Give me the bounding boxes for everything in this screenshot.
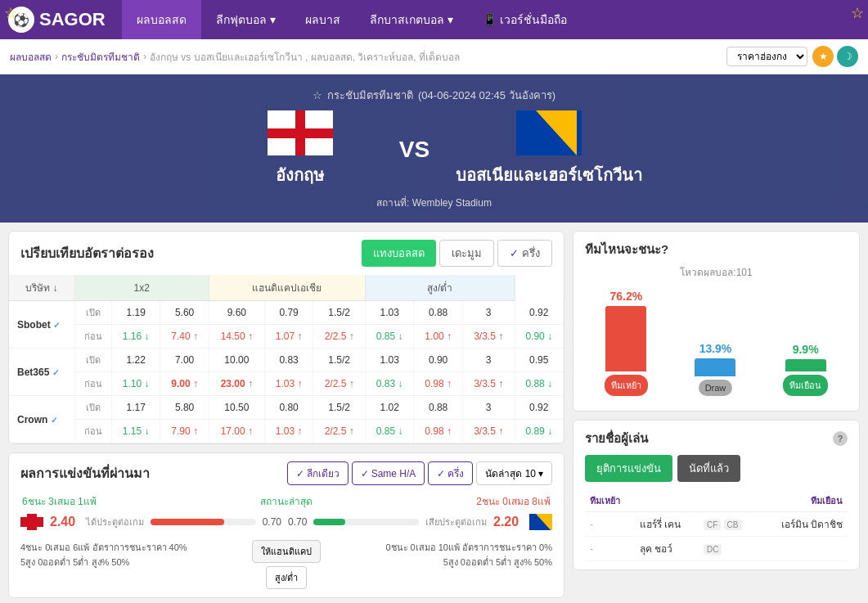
sbobet-open-h2: 1.5/2 [313, 301, 366, 325]
crown-open-h2: 1.5/2 [313, 396, 366, 420]
sbobet-before-o1: 1.00 ↑ [414, 325, 462, 349]
past-results-header: ผลการแข่งขันที่ผ่านมา ✓ ลีกเดียว ✓ Same … [9, 453, 564, 493]
top-navigation: ⚽ SAGOR ผลบอลสด ลีกฟุตบอล ▾ ผลบาส ลีกบาส… [0, 0, 868, 39]
player-table-body: - แฮร์รี่ เคน CF CB เอร์มิน บิดาชิช - ลุ… [585, 512, 848, 561]
win-prediction-section: ทีมไหนจะชนะ? โหวดผลบอล:101 76.2% ทีมเหย้… [573, 231, 860, 412]
star-icon-btn[interactable]: ★ [812, 46, 834, 67]
competition-name: กระชับมิตรทีมชาติ [327, 87, 413, 104]
bet365-open-3: 10.00 [209, 349, 264, 372]
sbobet-open-2: 5.60 [160, 301, 209, 325]
bet365-open-o3: 0.95 [515, 349, 563, 372]
nav-item-live[interactable]: ผลบอลสด [122, 0, 201, 39]
crown-before-h2: 2/2.5 ↑ [313, 420, 366, 443]
bet365-before-o1: 0.98 ↑ [414, 372, 462, 396]
sbobet-before-h3: 0.85 ↓ [366, 325, 414, 349]
breadcrumb-competition[interactable]: กระชับมิตรทีมชาติ [61, 49, 140, 65]
crown-open-o3: 0.92 [515, 396, 563, 420]
bet365-open-o1: 0.90 [414, 349, 462, 372]
away-flag-sm [529, 514, 552, 530]
tab-active-matches[interactable]: ยุติการแข่งขัน [585, 455, 672, 482]
ou-btn[interactable]: สูง/ต่ำ [266, 566, 307, 589]
price-icons: ★ ☽ [812, 46, 858, 67]
win-bars: 76.2% ทีมเหย้า 13.9% Draw 9.9% ทีมเยือน [585, 290, 848, 396]
away-win-pct: 9.9% [793, 343, 819, 356]
home-fav-star[interactable]: ☆ [4, 4, 17, 22]
home-team-btn[interactable]: ทีมเหย้า [605, 375, 648, 396]
tab-previous-matches[interactable]: นัดที่แล้ว [677, 455, 740, 482]
table-row: Bet365 ✓ เปิด 1.22 7.00 10.00 0.83 1.5/2… [9, 349, 564, 372]
filter-single-league[interactable]: ✓ ลีกเดียว [287, 461, 349, 485]
site-logo[interactable]: ⚽ SAGOR [8, 7, 106, 33]
live-bet-button[interactable]: แทงบอลสด [362, 240, 436, 267]
crown-before-type: ก่อน [74, 420, 111, 443]
home-team-side: อังกฤษ [227, 110, 374, 188]
match-teams: ☆ อังกฤษ VS บอสเนียและเฮอร์เซโกวีนา ☆ [16, 110, 852, 188]
th-overunder: สูง/ต่ำ [366, 275, 515, 301]
match-venue: สถานที่: Wembley Stadium [16, 195, 852, 210]
help-icon[interactable]: ? [833, 431, 848, 446]
home-progress-bar [151, 519, 256, 525]
home-win-bar: 76.2% ทีมเหย้า [605, 290, 648, 396]
crown-before-2: 7.90 ↑ [160, 420, 209, 443]
bet365-before-2: 9.00 ↑ [160, 372, 209, 396]
crown-before-h1: 1.03 ↑ [264, 420, 313, 443]
dropdown-chevron3-icon: ▾ [538, 468, 543, 479]
sbobet-open-type: เปิด [74, 301, 111, 325]
nav-item-mobile[interactable]: 📱 เวอร์ชั่นมือถือ [468, 0, 582, 39]
th-home-team: ทีมเหย้า [585, 490, 635, 512]
sbobet-before-h1: 1.07 ↑ [264, 325, 313, 349]
table-row: Sbobet ✓ เปิด 1.19 5.60 9.60 0.79 1.5/2 … [9, 301, 564, 325]
site-name: SAGOR [39, 9, 106, 30]
bet365-open-type: เปิด [74, 349, 111, 372]
sbobet-before-type: ก่อน [74, 325, 111, 349]
crown-open-h3: 1.02 [366, 396, 414, 420]
bet365-before-type: ก่อน [74, 372, 111, 396]
home-flag-sm [20, 514, 43, 530]
sbobet-before-h2: 2/2.5 ↑ [313, 325, 366, 349]
th-1x2: 1x2 [74, 275, 209, 301]
half-button[interactable]: ครึ่ง [497, 240, 552, 267]
filter-latest[interactable]: นัดล่าสุด 10 ▾ [476, 461, 552, 485]
bet365-before-h3: 0.83 ↓ [366, 372, 414, 396]
th-handicap: แฮนดิแคปเอเชีย [209, 275, 365, 301]
price-region-select[interactable]: ราคาฮ่องกง [726, 47, 807, 66]
win-title: ทีมไหนจะชนะ? [585, 240, 848, 259]
crown-open-o1: 0.88 [414, 396, 462, 420]
nav-item-basketball[interactable]: ผลบาส [290, 0, 355, 39]
crown-before-3: 17.00 ↑ [209, 420, 264, 443]
player-home-1: แฮร์รี่ เคน [635, 512, 699, 537]
bet365-open-h3: 1.03 [366, 349, 414, 372]
demand-button[interactable]: เดะมูม [439, 240, 494, 267]
past-results-filters: ✓ ลีกเดียว ✓ Same H/A ✓ ครึ่ง นัดล่าสุด … [287, 461, 552, 485]
left-panel: เปรียบเทียบอัตราต่อรอง แทงบอลสด เดะมูม ค… [8, 231, 564, 603]
crown-open-1: 1.17 [111, 396, 160, 420]
nav-item-football-league[interactable]: ลีกฟุตบอล ▾ [201, 0, 290, 39]
dropdown-chevron2-icon: ▾ [447, 13, 453, 26]
breadcrumb-home[interactable]: ผลบอลสด [10, 49, 52, 65]
home-win-bar-rect [605, 306, 646, 371]
bet365-before-h1: 1.03 ↑ [264, 372, 313, 396]
past-results-title: ผลการแข่งขันที่ผ่านมา [20, 463, 150, 484]
handicap-btn[interactable]: ให้แฮนดิแคป [252, 540, 321, 563]
away-team-btn[interactable]: ทีมเยือน [783, 375, 828, 396]
home-score: 2.40 [50, 515, 79, 529]
right-panel: ทีมไหนจะชนะ? โหวดผลบอล:101 76.2% ทีมเหย้… [573, 231, 860, 603]
crown-open-2: 5.80 [160, 396, 209, 420]
draw-btn[interactable]: Draw [699, 380, 733, 396]
filter-same-ha[interactable]: ✓ Same H/A [352, 461, 425, 485]
table-row: Crown ✓ เปิด 1.17 5.80 10.50 0.80 1.5/2 … [9, 396, 564, 420]
match-banner: ☆ กระชับมิตรทีมชาติ (04-06-2024 02:45 วั… [0, 74, 868, 223]
home-stats: 4ชนะ 0เสมอ 6แพ้ อัตราการชนะราคา 40% 5สูง… [20, 540, 244, 569]
status-label: สถานะล่าสุด [260, 493, 313, 509]
company-sbobet: Sbobet ✓ [9, 301, 74, 349]
filter-half[interactable]: ✓ ครึ่ง [428, 461, 473, 485]
results-area: 6ชนะ 3เสมอ 1แพ้ สถานะล่าสุด 2ชนะ 0เสมอ 8… [9, 493, 564, 597]
bet365-open-o2: 3 [462, 349, 515, 372]
nav-item-basketball-league[interactable]: ลีกบาสเกตบอล ▾ [355, 0, 468, 39]
settings-icon-btn[interactable]: ☽ [837, 46, 858, 67]
crown-before-h3: 0.85 ↓ [366, 420, 414, 443]
draw-bar-rect [695, 358, 735, 376]
player-table-header: ทีมเหย้า ทีมเยือน [585, 490, 848, 512]
away-fav-star[interactable]: ☆ [851, 4, 864, 22]
breadcrumb-bar: ผลบอลสด › กระชับมิตรทีมชาติ › อังกฤษ vs … [0, 39, 868, 74]
